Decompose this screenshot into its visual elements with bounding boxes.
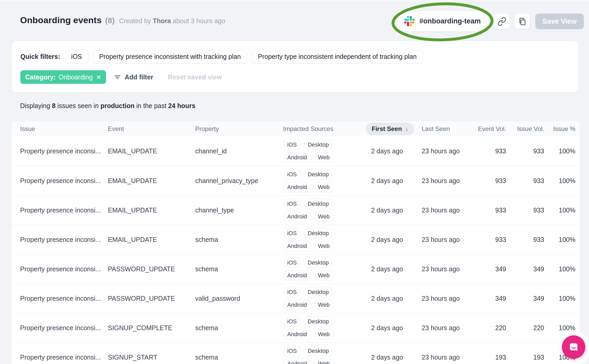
- source-badge: iOS: [283, 169, 301, 180]
- issue-pct-cell: 100%: [544, 206, 575, 214]
- summary-environment: production: [101, 102, 135, 109]
- issue-vol-cell: 349: [506, 295, 544, 302]
- column-header-last-seen[interactable]: Last Seen: [419, 125, 475, 133]
- source-badge: Web: [314, 270, 334, 281]
- source-badge: iOS: [283, 316, 301, 327]
- source-badge: Web: [314, 329, 334, 340]
- table-header-row: Issue Event Property Impacted Sources Fi…: [11, 121, 580, 136]
- column-header-impacted-sources[interactable]: Impacted Sources: [283, 125, 366, 133]
- source-badge: iOS: [283, 287, 301, 297]
- issue-vol-cell: 933: [506, 236, 544, 243]
- table-row[interactable]: Property presence inconsi... PASSWORD_UP…: [11, 254, 580, 284]
- quick-filters-row: Quick filters: iOS Property presence inc…: [20, 50, 428, 63]
- copy-link-button[interactable]: [494, 14, 510, 29]
- sort-pill-first-seen[interactable]: First Seen ↓: [366, 123, 414, 135]
- slack-icon: [404, 16, 415, 26]
- issue-cell: Property presence inconsi...: [20, 354, 108, 361]
- column-header-issue-pct[interactable]: Issue %: [544, 125, 575, 133]
- source-badge: Android: [283, 241, 311, 251]
- first-seen-cell: 2 days ago: [366, 236, 419, 243]
- source-badge: Web: [314, 152, 334, 163]
- event-cell: SIGNUP_START: [108, 354, 195, 361]
- issue-cell: Property presence inconsi...: [20, 147, 108, 155]
- active-filters-row: Category: Onboarding Add filter Reset sa…: [20, 70, 222, 84]
- last-seen-cell: 23 hours ago: [419, 324, 475, 332]
- table-row[interactable]: Property presence inconsi... PASSWORD_UP…: [11, 284, 580, 313]
- column-header-property[interactable]: Property: [195, 125, 283, 133]
- source-badge: Android: [283, 211, 311, 222]
- active-filter-chip-category[interactable]: Category: Onboarding: [20, 70, 106, 84]
- property-cell: schema: [195, 324, 283, 332]
- column-header-issue[interactable]: Issue: [20, 125, 108, 133]
- source-badge: Desktop: [304, 140, 333, 150]
- source-badge: Android: [283, 300, 311, 310]
- event-vol-cell: 933: [475, 206, 506, 214]
- issue-vol-cell: 193: [506, 354, 544, 361]
- table-body: Property presence inconsi... EMAIL_UPDAT…: [11, 136, 580, 364]
- first-seen-cell: 2 days ago: [366, 354, 419, 361]
- summary-text: Displaying: [20, 102, 50, 109]
- table-row[interactable]: Property presence inconsi... EMAIL_UPDAT…: [11, 166, 580, 195]
- page-header: Onboarding events (8) Created by Thora a…: [20, 15, 225, 25]
- add-filter-label: Add filter: [125, 73, 153, 81]
- property-cell: channel_id: [195, 147, 283, 155]
- property-cell: schema: [195, 354, 283, 361]
- table-row[interactable]: Property presence inconsi... EMAIL_UPDAT…: [11, 195, 580, 225]
- column-header-event-vol[interactable]: Event Vol.: [475, 125, 506, 133]
- event-cell: EMAIL_UPDATE: [108, 177, 195, 185]
- add-filter-button[interactable]: Add filter: [114, 73, 153, 81]
- event-cell: PASSWORD_UPDATE: [108, 295, 195, 302]
- quick-filter-property-type[interactable]: Property type inconsistent independent o…: [252, 50, 423, 63]
- issue-count-badge: (8): [105, 16, 115, 25]
- event-vol-cell: 349: [475, 295, 506, 302]
- event-cell: EMAIL_UPDATE: [108, 236, 195, 243]
- issue-vol-cell: 933: [506, 206, 544, 214]
- first-seen-cell: 2 days ago: [366, 295, 419, 302]
- property-cell: schema: [195, 265, 283, 273]
- reset-saved-view-button[interactable]: Reset saved view: [168, 73, 222, 81]
- summary-count: 8: [52, 102, 56, 109]
- column-header-event[interactable]: Event: [108, 125, 195, 133]
- slack-channel-button[interactable]: #onboarding-team: [397, 11, 489, 32]
- remove-filter-icon[interactable]: [96, 75, 101, 80]
- impacted-sources-cell: iOSDesktopAndroidWeb: [283, 199, 363, 222]
- column-header-issue-vol[interactable]: Issue Vol.: [506, 125, 544, 133]
- issue-vol-cell: 933: [506, 177, 544, 185]
- quick-filter-ios[interactable]: iOS: [65, 50, 88, 63]
- last-seen-cell: 23 hours ago: [419, 295, 475, 302]
- duplicate-view-button[interactable]: [514, 14, 530, 29]
- source-badge: Android: [283, 152, 311, 163]
- event-vol-cell: 933: [475, 147, 506, 155]
- issue-cell: Property presence inconsi...: [20, 295, 108, 302]
- source-badge: Desktop: [304, 169, 333, 180]
- table-row[interactable]: Property presence inconsi... SIGNUP_COMP…: [11, 313, 580, 342]
- source-badge: Android: [283, 329, 311, 340]
- slack-channel-label: #onboarding-team: [419, 17, 481, 25]
- last-seen-cell: 23 hours ago: [419, 265, 475, 273]
- source-badge: Desktop: [304, 287, 333, 297]
- issue-pct-cell: 100%: [544, 265, 575, 273]
- property-cell: channel_privacy_type: [195, 177, 283, 185]
- save-view-button[interactable]: Save View: [535, 14, 584, 29]
- source-badge: iOS: [283, 199, 301, 209]
- impacted-sources-cell: iOSDesktopAndroidWeb: [283, 258, 363, 281]
- issue-vol-cell: 933: [506, 147, 544, 155]
- source-badge: Web: [314, 182, 334, 192]
- source-badge: Web: [314, 359, 334, 364]
- impacted-sources-cell: iOSDesktopAndroidWeb: [283, 316, 363, 340]
- impacted-sources-cell: iOSDesktopAndroidWeb: [283, 169, 363, 192]
- event-vol-cell: 933: [475, 177, 506, 185]
- table-row[interactable]: Property presence inconsi... SIGNUP_STAR…: [11, 342, 580, 364]
- source-badge: Android: [283, 182, 311, 192]
- chat-launcher-button[interactable]: [562, 335, 585, 359]
- table-row[interactable]: Property presence inconsi... EMAIL_UPDAT…: [11, 136, 580, 166]
- issue-cell: Property presence inconsi...: [20, 265, 108, 273]
- table-row[interactable]: Property presence inconsi... EMAIL_UPDAT…: [11, 225, 580, 254]
- quick-filter-property-presence[interactable]: Property presence inconsistent with trac…: [93, 50, 247, 63]
- sort-desc-icon: ↓: [405, 125, 408, 133]
- event-vol-cell: 193: [475, 354, 506, 361]
- quick-filters-label: Quick filters:: [20, 53, 60, 60]
- property-cell: channel_type: [195, 206, 283, 214]
- column-header-first-seen[interactable]: First Seen ↓: [366, 123, 419, 135]
- source-badge: iOS: [283, 258, 301, 268]
